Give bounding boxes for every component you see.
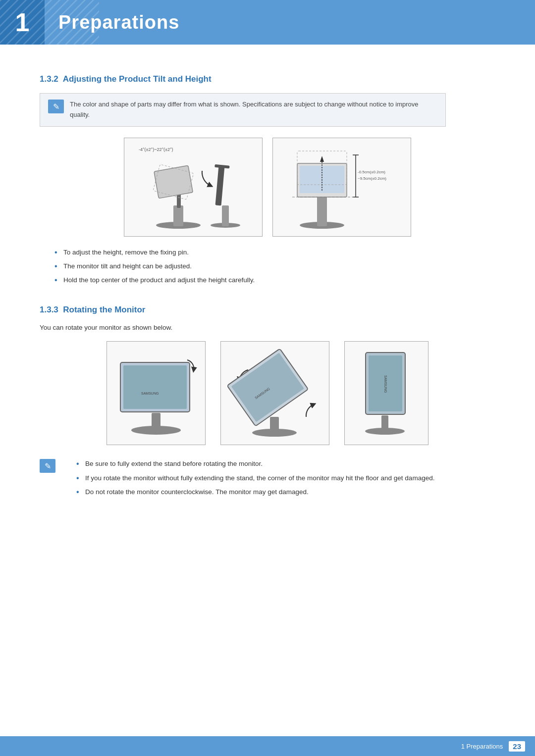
height-figure: -0.5cm(±0.2cm) ~9.5cm(±0.2cm) <box>272 138 411 237</box>
svg-point-37 <box>365 428 405 435</box>
rotation-tilting-figure: SAMSUNG <box>220 341 329 445</box>
tilt-svg: -4°(±2°)~22°(±2°) <box>129 141 258 233</box>
bullet-item: To adjust the height, remove the fixing … <box>54 248 495 257</box>
footer-page-number: 23 <box>509 741 525 752</box>
svg-point-27 <box>131 426 181 435</box>
note-icon-133 <box>40 459 55 473</box>
note-bullet-row-133: Be sure to fully extend the stand before… <box>40 459 495 501</box>
rotation-portrait-svg: SAMSUNG <box>348 345 425 442</box>
svg-rect-26 <box>152 413 160 428</box>
rotation-tilting-svg: SAMSUNG <box>224 345 326 442</box>
section-132-bullets: To adjust the height, remove the fixing … <box>40 248 495 286</box>
rotation-landscape-figure: SAMSUNG <box>107 341 206 445</box>
rotation-figures: SAMSUNG <box>40 341 495 445</box>
header-bar: 1 Preparations <box>0 0 535 45</box>
svg-text:SAMSUNG: SAMSUNG <box>384 375 387 393</box>
bullet-item: The monitor tilt and height can be adjus… <box>54 261 495 271</box>
footer-section-label: 1 Preparations <box>461 743 503 750</box>
rotation-landscape-svg: SAMSUNG <box>110 345 202 442</box>
note-box-132: The color and shape of parts may differ … <box>40 93 446 127</box>
chapter-number: 1 <box>0 0 45 45</box>
svg-text:SAMSUNG: SAMSUNG <box>141 392 159 395</box>
svg-text:-4°(±2°)~22°(±2°): -4°(±2°)~22°(±2°) <box>139 147 173 152</box>
rotation-portrait-figure: SAMSUNG <box>344 341 428 445</box>
svg-rect-9 <box>222 205 229 226</box>
bullet-item: If you rotate the monitor without fully … <box>76 473 434 483</box>
tilt-height-figures: -4°(±2°)~22°(±2°) <box>40 138 495 237</box>
footer: 1 Preparations 23 <box>0 736 535 756</box>
height-svg: -0.5cm(±0.2cm) ~9.5cm(±0.2cm) <box>277 141 406 233</box>
svg-rect-25 <box>123 365 187 409</box>
main-content: 1.3.2 Adjusting the Product Tilt and Hei… <box>0 45 535 547</box>
bullet-item: Be sure to fully extend the stand before… <box>76 459 434 469</box>
svg-rect-11 <box>214 164 229 169</box>
section-133: 1.3.3 Rotating the Monitor You can rotat… <box>40 305 495 501</box>
svg-rect-31 <box>270 417 279 431</box>
note-icon <box>48 100 64 113</box>
svg-point-32 <box>252 429 297 437</box>
bullet-item: Hold the top center of the product and a… <box>54 275 495 285</box>
note-text: The color and shape of parts may differ … <box>70 100 437 120</box>
svg-rect-36 <box>381 415 388 429</box>
svg-rect-6 <box>154 165 193 198</box>
svg-text:-0.5cm(±0.2cm): -0.5cm(±0.2cm) <box>358 170 385 174</box>
bullet-item: Do not rotate the monitor counterclockwi… <box>76 487 434 497</box>
section-132-heading: 1.3.2 Adjusting the Product Tilt and Hei… <box>40 74 495 84</box>
svg-text:~9.5cm(±0.2cm): ~9.5cm(±0.2cm) <box>358 176 386 181</box>
footer-text: 1 Preparations 23 <box>461 741 525 752</box>
svg-rect-4 <box>173 205 183 226</box>
section-132: 1.3.2 Adjusting the Product Tilt and Hei… <box>40 74 495 285</box>
section-133-heading: 1.3.3 Rotating the Monitor <box>40 305 495 315</box>
chapter-title: Preparations <box>58 12 179 33</box>
tilt-figure: -4°(±2°)~22°(±2°) <box>124 138 263 237</box>
section-133-bullets: Be sure to fully extend the stand before… <box>61 459 434 501</box>
svg-rect-10 <box>215 166 225 206</box>
section-133-intro: You can rotate your monitor as shown bel… <box>40 324 495 331</box>
